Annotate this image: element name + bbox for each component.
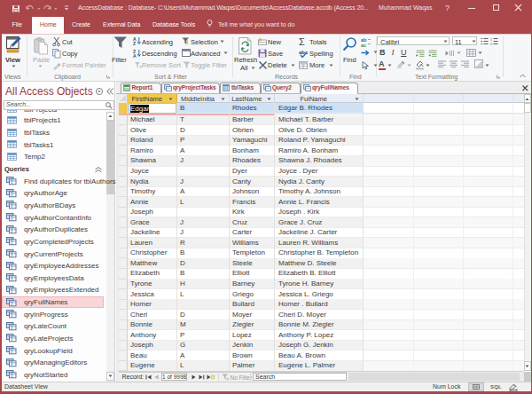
svg-text:ac: ac — [361, 42, 366, 47]
svg-text:Σ: Σ — [299, 36, 305, 47]
svg-text:Z: Z — [133, 41, 137, 46]
svg-text:A: A — [133, 53, 137, 59]
svg-text:abc: abc — [299, 49, 309, 54]
